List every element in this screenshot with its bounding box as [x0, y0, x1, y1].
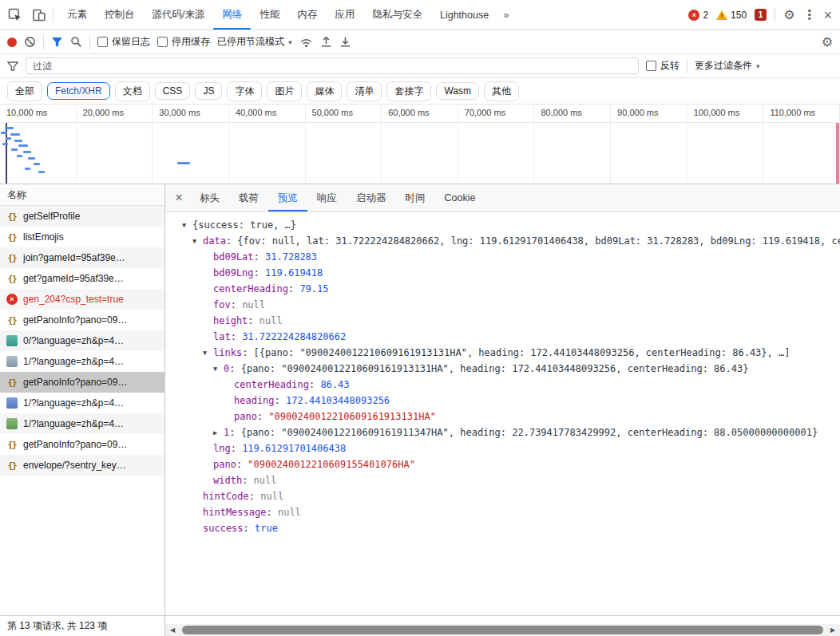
- json-text: :: [231, 299, 242, 310]
- detail-tab[interactable]: 时间: [396, 184, 435, 211]
- filter-input[interactable]: [26, 57, 639, 74]
- resource-filter-chip[interactable]: CSS: [155, 82, 191, 100]
- request-row[interactable]: {}listEmojis: [0, 227, 164, 247]
- clear-network-log-button[interactable]: [24, 36, 36, 48]
- network-settings-gear-icon[interactable]: ⚙: [822, 36, 833, 49]
- timeline-column: 100,000 ms: [687, 105, 764, 184]
- resource-filter-chip[interactable]: 全部: [7, 81, 42, 101]
- resource-filter-chip[interactable]: 媒体: [307, 81, 342, 101]
- devtools-tabs: 元素控制台源代码/来源网络性能内存应用隐私与安全Lighthouse: [58, 0, 497, 30]
- error-count-badge[interactable]: × 2: [688, 10, 708, 21]
- tree-expanded-arrow-icon[interactable]: ▼: [213, 361, 224, 377]
- devtools-tab[interactable]: 控制台: [96, 0, 144, 30]
- tree-line: pano: "0900240012210609161913131HA": [165, 409, 840, 425]
- horizontal-scrollbar[interactable]: ◀ ▶: [165, 624, 840, 636]
- request-row[interactable]: {}getPanoInfo?pano=09…: [0, 310, 164, 330]
- json-key: bd09Lat: [213, 251, 254, 263]
- invert-checkbox[interactable]: [646, 61, 656, 71]
- tree-expanded-arrow-icon[interactable]: ▼: [182, 217, 192, 233]
- devtools-tab[interactable]: 源代码/来源: [144, 0, 214, 30]
- devtools-tab[interactable]: 性能: [251, 0, 288, 30]
- divider: [775, 8, 775, 22]
- resource-filter-chip[interactable]: 清单: [347, 81, 382, 101]
- toggle-device-toolbar-button[interactable]: [29, 5, 50, 26]
- scroll-right-icon[interactable]: ▶: [826, 626, 840, 634]
- timeline-label: 110,000 ms: [763, 105, 839, 117]
- resource-filter-chip[interactable]: 套接字: [386, 81, 431, 101]
- record-network-log-button[interactable]: [7, 38, 17, 47]
- tree-collapsed-arrow-icon[interactable]: ▶: [213, 425, 224, 440]
- tree-line: centerHeading: 86.43: [165, 377, 840, 393]
- tree-line[interactable]: ▶1: {pano: "0900240012210609161911347HA"…: [165, 425, 840, 440]
- detail-tab[interactable]: 标头: [190, 184, 229, 211]
- request-row[interactable]: ×gen_204?csp_test=true: [0, 289, 164, 310]
- more-tabs-button[interactable]: »: [497, 0, 514, 30]
- throttling-dropdown[interactable]: 已停用节流模式 ▾: [217, 35, 292, 49]
- tree-line[interactable]: ▼data: {fov: null, lat: 31.7222242848206…: [165, 233, 840, 249]
- request-row[interactable]: 0/?language=zh&p=4…: [0, 330, 164, 351]
- more-filters-dropdown[interactable]: 更多过滤条件 ▾: [695, 59, 760, 73]
- request-row[interactable]: 1/?language=zh&p=4…: [0, 351, 164, 372]
- request-row[interactable]: {}getSelfProfile: [0, 206, 164, 227]
- inspect-element-button[interactable]: [5, 5, 26, 26]
- devtools-tab[interactable]: 隐私与安全: [363, 0, 431, 30]
- devtools-tab[interactable]: 应用: [326, 0, 363, 30]
- resource-filter-chip[interactable]: 字体: [227, 81, 262, 101]
- resource-filter-chip[interactable]: Fetch/XHR: [47, 82, 110, 100]
- tree-line[interactable]: ▼{success: true, …}: [165, 217, 840, 233]
- tree-line: success: true: [165, 520, 840, 536]
- detail-tab[interactable]: 载荷: [229, 184, 268, 211]
- disable-cache-checkbox[interactable]: [157, 37, 168, 47]
- invert-filter-option: 反转: [646, 59, 680, 73]
- devtools-tab[interactable]: 网络: [213, 0, 251, 30]
- waterfall-bar: [28, 157, 35, 160]
- network-conditions-icon[interactable]: [299, 37, 313, 48]
- tree-expanded-arrow-icon[interactable]: ▼: [203, 345, 213, 361]
- tree-expanded-arrow-icon[interactable]: ▼: [192, 233, 203, 249]
- name-column-header[interactable]: 名称: [0, 184, 164, 206]
- request-row[interactable]: {}envelope/?sentry_key…: [0, 455, 164, 476]
- close-devtools-icon[interactable]: ×: [823, 8, 832, 22]
- request-row[interactable]: {}getPanoInfo?pano=09…: [0, 434, 164, 455]
- resource-filter-chip[interactable]: 其他: [484, 81, 519, 101]
- tree-line: hintCode: null: [165, 488, 840, 504]
- tree-line[interactable]: ▼0: {pano: "0900240012210609161913131HA"…: [165, 361, 840, 377]
- json-key: width: [213, 475, 242, 486]
- close-detail-icon[interactable]: ×: [168, 184, 190, 211]
- request-row[interactable]: 1/?language=zh&p=4…: [0, 393, 164, 413]
- issues-badge[interactable]: 1: [755, 9, 767, 21]
- preserve-log-checkbox[interactable]: [97, 37, 108, 47]
- detail-tab[interactable]: Cookie: [435, 184, 485, 211]
- resource-filter-chip[interactable]: Wasm: [436, 82, 479, 100]
- request-row[interactable]: {}join?gameId=95af39e…: [0, 247, 164, 268]
- export-har-icon[interactable]: [320, 36, 332, 48]
- resource-filter-chip[interactable]: 图片: [267, 81, 302, 101]
- settings-gear-icon[interactable]: ⚙: [783, 9, 794, 22]
- devtools-tab[interactable]: 内存: [288, 0, 326, 30]
- kebab-menu-icon[interactable]: ⋮: [802, 9, 815, 22]
- resource-filter-chip[interactable]: JS: [195, 82, 222, 100]
- tree-line: bd09Lat: 31.728283: [165, 249, 840, 265]
- devtools-tab[interactable]: 元素: [58, 0, 96, 30]
- warning-count-badge[interactable]: 150: [716, 10, 747, 21]
- filter-toggle-icon[interactable]: [51, 37, 63, 47]
- request-row[interactable]: {}get?gameId=95af39e…: [0, 268, 164, 289]
- request-name: 1/?language=zh&p=4…: [23, 356, 124, 367]
- scroll-left-icon[interactable]: ◀: [165, 626, 180, 634]
- json-text: :: [248, 315, 259, 326]
- request-row[interactable]: {}getPanoInfo?pano=09…: [0, 372, 164, 393]
- tree-line[interactable]: ▼links: [{pano: "09002400122106091619131…: [165, 345, 840, 361]
- resource-filter-chip[interactable]: 文档: [115, 81, 150, 101]
- detail-tab[interactable]: 启动器: [347, 184, 396, 211]
- detail-tabs: 标头载荷预览响应启动器时间Cookie: [190, 184, 485, 211]
- scrollbar-thumb[interactable]: [182, 626, 823, 634]
- request-row[interactable]: 1/?language=zh&p=4…: [0, 413, 164, 434]
- detail-tab[interactable]: 响应: [307, 184, 347, 211]
- search-icon[interactable]: [70, 36, 82, 48]
- devtools-tab[interactable]: Lighthouse: [431, 0, 497, 30]
- inspect-cursor-icon: [8, 8, 22, 22]
- import-har-icon[interactable]: [339, 36, 351, 48]
- network-overview-timeline[interactable]: 10,000 ms20,000 ms30,000 ms40,000 ms50,0…: [0, 105, 840, 184]
- waterfall-bar: [25, 168, 30, 170]
- detail-tab[interactable]: 预览: [268, 184, 307, 211]
